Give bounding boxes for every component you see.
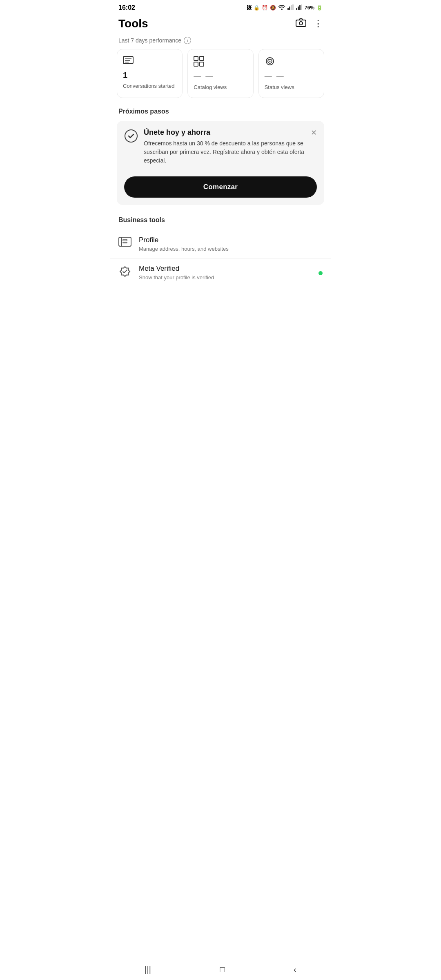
status-views-value: — — <box>265 72 318 81</box>
promo-card: Únete hoy y ahorra Ofrecemos hasta un 30… <box>117 121 324 205</box>
promo-content: Únete hoy y ahorra Ofrecemos hasta un 30… <box>124 128 307 165</box>
recent-apps-button[interactable]: ||| <box>145 965 151 974</box>
stats-row: 1 Conversations started — — Catalog view… <box>110 49 331 108</box>
header: Tools ⋮ <box>110 14 331 37</box>
proximos-pasos-heading: Próximos pasos <box>110 108 331 121</box>
conversations-label: Conversations started <box>123 83 176 90</box>
svg-rect-23 <box>119 237 131 246</box>
conversations-value: 1 <box>123 71 176 80</box>
svg-rect-5 <box>296 8 297 10</box>
svg-rect-18 <box>200 62 204 66</box>
svg-rect-17 <box>194 62 198 66</box>
svg-rect-16 <box>200 56 204 60</box>
conversations-icon <box>123 56 176 67</box>
status-views-label: Status views <box>265 84 318 91</box>
meta-verified-tool-item[interactable]: Meta Verified Show that your profile is … <box>110 258 331 287</box>
home-button[interactable]: □ <box>220 965 225 974</box>
svg-point-22 <box>125 130 137 142</box>
svg-rect-8 <box>301 4 302 10</box>
promo-top: Únete hoy y ahorra Ofrecemos hasta un 30… <box>124 128 317 165</box>
sim-icon: 🔒 <box>254 5 260 11</box>
mute-icon: 🔕 <box>270 5 276 11</box>
promo-close-button[interactable]: ✕ <box>311 128 317 137</box>
catalog-value: — — <box>194 72 247 81</box>
svg-rect-3 <box>291 5 292 10</box>
comenzar-button[interactable]: Comenzar <box>124 176 317 198</box>
system-nav-bar: ||| □ ‹ <box>110 944 331 980</box>
business-tools-heading: Business tools <box>110 215 331 230</box>
meta-verified-desc: Show that your profile is verified <box>139 274 311 281</box>
svg-rect-11 <box>123 56 133 64</box>
svg-point-21 <box>269 61 270 62</box>
signal2-icon <box>296 4 303 11</box>
more-options-button[interactable]: ⋮ <box>314 18 323 29</box>
page-title: Tools <box>118 17 148 30</box>
battery-label: 76% <box>305 5 314 11</box>
alarm-icon: ⏰ <box>262 5 268 11</box>
profile-desc: Manage address, hours, and websites <box>139 245 323 253</box>
info-icon[interactable]: i <box>184 37 191 44</box>
profile-icon <box>118 237 131 252</box>
camera-button[interactable] <box>296 18 306 29</box>
svg-rect-7 <box>299 5 301 10</box>
wifi-icon <box>278 4 285 11</box>
back-button[interactable]: ‹ <box>294 965 296 974</box>
svg-point-0 <box>281 9 283 10</box>
meta-verified-name: Meta Verified <box>139 265 311 273</box>
battery-icon: 🔋 <box>316 5 323 11</box>
catalog-card[interactable]: — — Catalog views <box>187 49 253 98</box>
promo-description: Ofrecemos hasta un 30 % de descuento a l… <box>144 139 307 165</box>
svg-rect-6 <box>298 7 299 10</box>
svg-rect-1 <box>287 8 289 10</box>
status-time: 16:02 <box>118 4 135 11</box>
status-views-icon <box>265 56 318 69</box>
gallery-icon: 🖼 <box>247 5 252 11</box>
svg-rect-26 <box>123 242 127 243</box>
catalog-icon <box>194 56 247 69</box>
performance-section-label: Last 7 days performance i <box>110 37 331 49</box>
svg-rect-9 <box>296 20 306 27</box>
profile-name: Profile <box>139 236 323 244</box>
catalog-label: Catalog views <box>194 84 247 91</box>
status-bar: 16:02 🖼 🔒 ⏰ 🔕 <box>110 0 331 14</box>
status-card[interactable]: — — Status views <box>258 49 324 98</box>
conversations-card[interactable]: 1 Conversations started <box>117 49 183 98</box>
promo-badge-icon <box>124 129 138 146</box>
signal-icon <box>287 4 294 11</box>
profile-tool-item[interactable]: Profile Manage address, hours, and websi… <box>110 230 331 258</box>
svg-point-10 <box>299 22 303 25</box>
meta-verified-dot <box>318 271 323 275</box>
svg-rect-25 <box>123 239 127 241</box>
status-icons: 🖼 🔒 ⏰ 🔕 76 <box>247 4 323 11</box>
svg-rect-4 <box>292 4 294 10</box>
promo-title: Únete hoy y ahorra <box>144 128 307 137</box>
svg-rect-2 <box>289 7 290 10</box>
svg-rect-15 <box>194 56 198 60</box>
header-actions: ⋮ <box>296 18 323 29</box>
verified-icon <box>118 266 131 281</box>
